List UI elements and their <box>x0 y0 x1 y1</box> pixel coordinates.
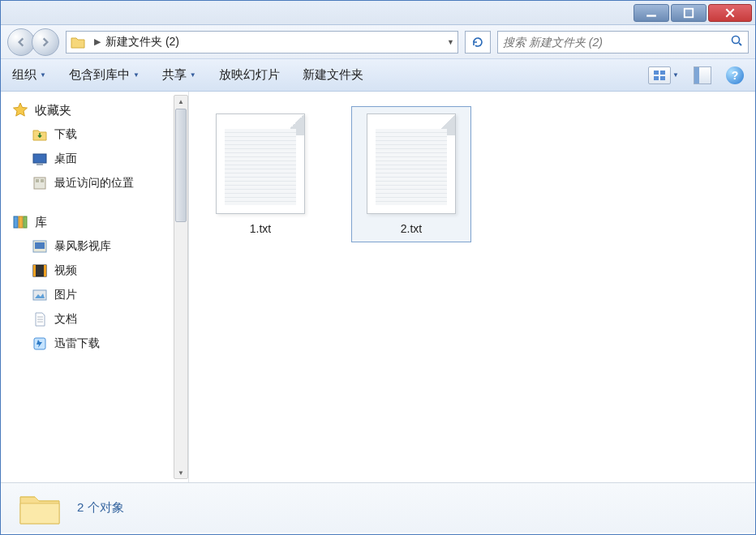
arrow-right-icon <box>40 36 51 48</box>
minimize-button[interactable] <box>634 4 669 22</box>
sidebar-item-favorites[interactable]: 收藏夹 <box>1 98 188 122</box>
file-name: 1.txt <box>250 222 271 235</box>
sidebar-item-libraries[interactable]: 库 <box>1 210 188 234</box>
sidebar-item-baofeng[interactable]: 暴风影视库 <box>1 234 188 259</box>
preview-pane-toggle[interactable] <box>694 66 711 84</box>
svg-rect-20 <box>33 290 46 300</box>
newfolder-label: 新建文件夹 <box>303 67 363 83</box>
status-object-count: 2 个对象 <box>77 500 124 516</box>
document-icon <box>32 311 48 327</box>
file-item[interactable]: 1.txt <box>200 106 320 242</box>
share-menu[interactable]: 共享 ▼ <box>162 67 196 83</box>
sidebar-item-documents[interactable]: 文档 <box>1 307 188 332</box>
chevron-down-icon: ▼ <box>190 71 196 79</box>
pictures-icon <box>32 287 48 303</box>
search-box[interactable] <box>497 31 749 54</box>
forward-button[interactable] <box>32 28 59 56</box>
svg-rect-8 <box>37 164 43 165</box>
explorer-window: ▶ 新建文件夹 (2) ▼ 组织 ▼ 包含到库中 ▼ 共享 ▼ <box>0 0 756 535</box>
libraries-group: 库 暴风影视库 视频 <box>1 210 188 356</box>
navigation-bar: ▶ 新建文件夹 (2) ▼ <box>1 25 755 59</box>
file-item[interactable]: 2.txt <box>351 106 471 242</box>
svg-rect-3 <box>654 71 659 75</box>
video-icon <box>32 263 48 279</box>
svg-point-2 <box>732 36 740 43</box>
text-file-icon <box>216 113 305 214</box>
view-mode-button[interactable] <box>648 66 671 84</box>
sidebar-item-label: 下载 <box>54 127 77 142</box>
details-pane: 2 个对象 <box>1 482 755 533</box>
back-button[interactable] <box>7 28 35 56</box>
scroll-up-icon[interactable]: ▲ <box>174 96 187 107</box>
breadcrumb-separator-icon: ▶ <box>94 36 101 47</box>
include-in-library-menu[interactable]: 包含到库中 ▼ <box>69 67 140 83</box>
nav-history-buttons <box>7 28 59 56</box>
svg-rect-12 <box>14 216 18 228</box>
sidebar-item-videos[interactable]: 视频 <box>1 259 188 283</box>
sidebar-item-label: 最近访问的位置 <box>54 176 134 190</box>
svg-rect-13 <box>19 216 23 228</box>
svg-rect-18 <box>33 265 36 276</box>
help-icon: ? <box>732 69 739 82</box>
address-bar[interactable]: ▶ 新建文件夹 (2) ▼ <box>66 31 458 54</box>
sidebar-scrollbar[interactable]: ▲ ▼ <box>174 95 188 479</box>
libraries-icon <box>12 214 28 230</box>
chevron-down-icon[interactable]: ▼ <box>672 71 679 79</box>
help-button[interactable]: ? <box>726 66 744 84</box>
text-file-icon <box>367 113 456 214</box>
slideshow-label: 放映幻灯片 <box>219 67 280 83</box>
sidebar-item-label: 视频 <box>54 263 77 278</box>
libraries-label: 库 <box>35 215 47 230</box>
svg-rect-14 <box>24 216 27 228</box>
sidebar-item-label: 迅雷下载 <box>54 336 100 351</box>
chevron-down-icon: ▼ <box>40 71 46 79</box>
new-folder-button[interactable]: 新建文件夹 <box>303 67 363 83</box>
sidebar-item-xunlei[interactable]: 迅雷下载 <box>1 332 188 356</box>
address-dropdown[interactable]: ▼ <box>447 38 454 46</box>
sidebar-item-recent[interactable]: 最近访问的位置 <box>1 171 188 195</box>
sidebar-item-label: 桌面 <box>54 152 77 166</box>
search-input[interactable] <box>503 36 730 49</box>
svg-rect-0 <box>646 15 656 16</box>
include-label: 包含到库中 <box>69 67 130 83</box>
recent-places-icon <box>32 175 48 191</box>
main-area: 收藏夹 下载 桌面 最 <box>1 92 755 482</box>
command-bar: 组织 ▼ 包含到库中 ▼ 共享 ▼ 放映幻灯片 新建文件夹 ▼ ? <box>1 59 755 92</box>
search-icon[interactable] <box>730 34 743 50</box>
slideshow-button[interactable]: 放映幻灯片 <box>219 67 280 83</box>
scroll-down-icon[interactable]: ▼ <box>174 467 187 478</box>
chevron-down-icon: ▼ <box>133 71 140 79</box>
thumbnails-icon <box>654 71 665 80</box>
refresh-button[interactable] <box>465 31 491 54</box>
svg-rect-1 <box>685 8 694 17</box>
close-icon <box>724 7 736 19</box>
downloads-icon <box>32 126 48 143</box>
folder-icon <box>70 34 86 50</box>
chevron-down-icon: ▼ <box>447 38 454 46</box>
file-list-pane[interactable]: 1.txt 2.txt <box>189 92 755 482</box>
organize-menu[interactable]: 组织 ▼ <box>12 67 46 83</box>
xunlei-icon <box>32 336 48 352</box>
svg-rect-7 <box>33 154 46 163</box>
svg-rect-16 <box>35 242 45 249</box>
svg-rect-4 <box>660 71 665 75</box>
file-name: 2.txt <box>401 222 422 235</box>
svg-rect-6 <box>660 76 665 80</box>
share-label: 共享 <box>162 67 187 83</box>
sidebar-item-downloads[interactable]: 下载 <box>1 122 188 147</box>
favorites-label: 收藏夹 <box>35 103 71 118</box>
favorites-group: 收藏夹 下载 桌面 最 <box>1 98 188 195</box>
sidebar-item-pictures[interactable]: 图片 <box>1 283 188 307</box>
scrollbar-thumb[interactable] <box>175 109 187 222</box>
close-button[interactable] <box>708 4 752 22</box>
folder-icon <box>17 489 62 528</box>
desktop-icon <box>32 151 48 167</box>
sidebar-item-label: 暴风影视库 <box>54 239 111 254</box>
minimize-icon <box>646 7 657 19</box>
media-library-icon <box>32 238 48 255</box>
svg-rect-11 <box>41 179 44 182</box>
maximize-button[interactable] <box>671 4 707 22</box>
star-icon <box>12 102 28 118</box>
sidebar-item-desktop[interactable]: 桌面 <box>1 147 188 171</box>
breadcrumb-folder[interactable]: 新建文件夹 (2) <box>105 35 179 49</box>
